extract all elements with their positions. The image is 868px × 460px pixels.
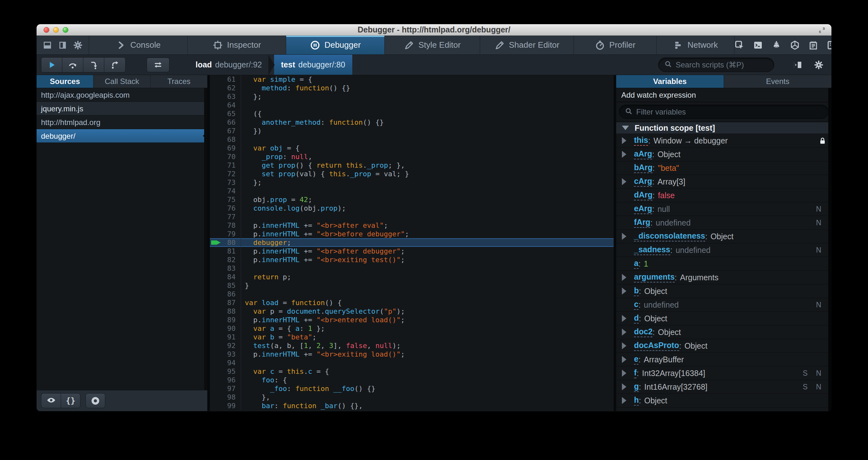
- code-line[interactable]: 67 }): [210, 126, 614, 135]
- variable-value[interactable]: ArrayBuffer: [644, 355, 684, 364]
- variable-row[interactable]: b: Object: [616, 284, 831, 298]
- tab-shader-editor[interactable]: Shader Editor: [480, 36, 574, 54]
- tracer-toggle-button[interactable]: [147, 58, 169, 72]
- expand-icon[interactable]: [622, 178, 626, 185]
- variable-row[interactable]: doc2: Object: [616, 325, 831, 339]
- code-line[interactable]: 94: [210, 358, 614, 367]
- code-line[interactable]: 80 debugger;: [210, 238, 614, 247]
- sources-scrollbar[interactable]: [204, 88, 207, 390]
- variable-value[interactable]: Object: [644, 396, 667, 405]
- sources-tab-call-stack[interactable]: Call Stack: [93, 75, 150, 88]
- variable-row[interactable]: g: Int16Array[32768]S N: [616, 380, 831, 394]
- variable-row[interactable]: f: Int32Array[16384]S N: [616, 367, 831, 380]
- code-line[interactable]: 68: [210, 135, 614, 144]
- paintbrush-icon[interactable]: [771, 40, 781, 50]
- line-number[interactable]: 84: [210, 272, 241, 281]
- responsive-mode-icon[interactable]: [827, 40, 831, 50]
- step-over-button[interactable]: [62, 58, 83, 72]
- code-line[interactable]: 97 _foo: function __foo() {}: [210, 384, 614, 393]
- variable-row[interactable]: _disconsolateness: Object: [616, 230, 831, 243]
- line-number[interactable]: 82: [210, 255, 241, 264]
- code-line[interactable]: 96 foo: {: [210, 376, 614, 384]
- line-number[interactable]: 85: [210, 281, 241, 290]
- variable-name[interactable]: h: [634, 396, 639, 406]
- variable-name[interactable]: fArg: [634, 218, 650, 228]
- variables-scrollbar[interactable]: [828, 88, 831, 411]
- variable-name[interactable]: c: [634, 300, 639, 310]
- variables-tab-variables[interactable]: Variables: [616, 75, 724, 88]
- variable-row[interactable]: this: Window → debugger: [616, 134, 831, 148]
- line-number[interactable]: 70: [210, 152, 241, 161]
- line-number[interactable]: 66: [210, 118, 241, 126]
- source-item[interactable]: debugger/: [37, 129, 207, 143]
- variable-name[interactable]: f: [634, 368, 637, 378]
- resume-button[interactable]: [41, 58, 62, 72]
- minimize-window-button[interactable]: [53, 27, 59, 33]
- code-line[interactable]: 92 test(a, b, [1, 2, 3], false, null);: [210, 341, 614, 350]
- line-number[interactable]: 99: [210, 401, 241, 410]
- line-number[interactable]: 98: [210, 393, 241, 401]
- code-line[interactable]: 74: [210, 187, 614, 195]
- settings-icon[interactable]: [73, 40, 83, 50]
- scratchpad-icon[interactable]: [808, 40, 818, 50]
- code-line[interactable]: 65 ({: [210, 109, 614, 118]
- line-number[interactable]: 77: [210, 212, 241, 221]
- tab-debugger[interactable]: Debugger: [286, 36, 385, 54]
- variable-name[interactable]: aArg: [634, 149, 652, 160]
- line-number[interactable]: 92: [210, 341, 241, 350]
- expand-icon[interactable]: [622, 233, 626, 240]
- code-line[interactable]: 76 console.log(obj.prop);: [210, 204, 614, 212]
- code-line[interactable]: 85}: [210, 281, 614, 290]
- sources-tab-traces[interactable]: Traces: [151, 75, 207, 88]
- line-number[interactable]: 67: [210, 126, 241, 135]
- variable-name[interactable]: this: [634, 136, 648, 146]
- line-number[interactable]: 74: [210, 187, 241, 195]
- search-scripts-input[interactable]: [676, 60, 768, 69]
- tab-inspector[interactable]: Inspector: [188, 36, 286, 54]
- debugger-settings-icon[interactable]: [814, 60, 824, 70]
- variable-value[interactable]: Object: [711, 232, 734, 241]
- variable-row[interactable]: a: 1: [616, 257, 831, 271]
- variable-row[interactable]: cArg: Array[3]: [616, 175, 831, 189]
- variable-value[interactable]: Object: [644, 314, 667, 323]
- code-line[interactable]: 73 };: [210, 178, 614, 187]
- source-item[interactable]: http://htmlpad.org: [37, 115, 207, 129]
- toggle-pause-on-exceptions-button[interactable]: [86, 393, 105, 408]
- line-number[interactable]: 78: [210, 221, 241, 230]
- code-line[interactable]: 93 p.innerHTML += "<br>exiting load()";: [210, 350, 614, 358]
- variable-row[interactable]: _sadness: undefinedN: [616, 243, 831, 257]
- expand-icon[interactable]: [622, 137, 626, 144]
- line-number[interactable]: 93: [210, 350, 241, 358]
- code-line[interactable]: 71 get prop() { return this._prop; },: [210, 161, 614, 170]
- variable-name[interactable]: dArg: [634, 190, 652, 200]
- variable-value[interactable]: Arguments: [680, 273, 719, 282]
- expand-icon[interactable]: [622, 288, 626, 294]
- variable-value[interactable]: undefined: [676, 246, 711, 255]
- line-number[interactable]: 61: [210, 75, 241, 84]
- code-line[interactable]: 61 var simple = {: [210, 75, 614, 84]
- variables-tab-events[interactable]: Events: [724, 75, 831, 88]
- code-line[interactable]: 70 _prop: null,: [210, 152, 614, 161]
- fullscreen-icon[interactable]: [817, 26, 826, 35]
- line-number[interactable]: 80: [210, 238, 241, 247]
- variable-row[interactable]: docAsProto: Object: [616, 339, 831, 353]
- variable-row[interactable]: arguments: Arguments: [616, 271, 831, 284]
- pretty-print-button[interactable]: {}: [61, 393, 81, 408]
- blackbox-source-button[interactable]: [41, 393, 61, 408]
- tab-style-editor[interactable]: Style Editor: [385, 36, 480, 54]
- line-number[interactable]: 76: [210, 204, 241, 212]
- line-number[interactable]: 71: [210, 161, 241, 170]
- line-number[interactable]: 73: [210, 178, 241, 187]
- split-console-icon[interactable]: [753, 40, 763, 50]
- variable-value[interactable]: Object: [657, 150, 680, 159]
- variable-name[interactable]: e: [634, 354, 639, 365]
- tab-network[interactable]: Network: [657, 36, 735, 54]
- variable-value[interactable]: Object: [685, 341, 707, 351]
- variable-value[interactable]: Int16Array[32768]: [644, 382, 707, 392]
- code-line[interactable]: 91 var b = "beta";: [210, 333, 614, 341]
- scope-header[interactable]: Function scope [test]: [616, 122, 831, 134]
- code-line[interactable]: 78 p.innerHTML += "<br>after eval";: [210, 221, 614, 230]
- code-line[interactable]: 88 var p = document.querySelector("p");: [210, 307, 614, 316]
- code-line[interactable]: 79 p.innerHTML += "<br>before debugger";: [210, 230, 614, 238]
- line-number[interactable]: 87: [210, 298, 241, 307]
